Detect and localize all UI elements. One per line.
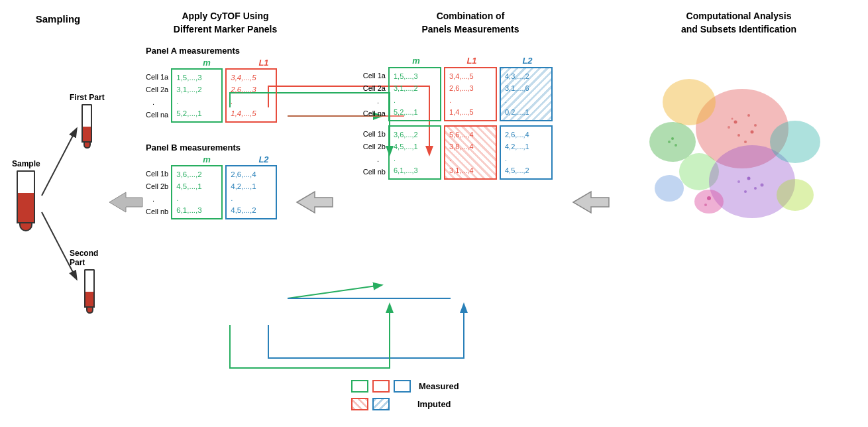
comb-b-L2-box: 2,6,...,44,2,...,1.4,5,...,2 — [500, 125, 553, 180]
col-header-m-a: m — [180, 58, 233, 68]
comb-a-L2-box-imputed: 4,3,...,23,1,...,6.0,2,...,1 — [500, 67, 553, 121]
second-part-label: Second Part — [70, 249, 109, 267]
comb-b-L1-box-imputed: 5,6,...,43,8,...,4.3,1,...,4 — [444, 125, 497, 180]
combined-part-b: Cell 1b Cell 2b . Cell nb 3,6,...,24,5,.… — [351, 125, 590, 180]
panel-b: Panel B measurements m L2 Cell 1b Cell 2… — [146, 143, 305, 219]
svg-marker-8 — [573, 192, 609, 213]
computational-section: Computational Analysis and Subsets Ident… — [623, 10, 855, 230]
legend-measured-row: Measured — [351, 380, 459, 393]
svg-point-23 — [744, 141, 747, 143]
svg-point-18 — [734, 121, 737, 124]
sample-tube: Sample — [12, 159, 40, 231]
panel-a-row-labels: Cell 1a Cell 2a . Cell na — [146, 68, 168, 121]
svg-point-34 — [707, 196, 711, 200]
panel-b-title: Panel B measurements — [146, 143, 305, 152]
svg-point-32 — [675, 144, 677, 147]
legend-area: Measured Imputed — [351, 380, 459, 410]
col-header-m-b: m — [180, 154, 233, 164]
svg-point-19 — [747, 114, 750, 117]
svg-point-28 — [744, 190, 747, 193]
svg-point-30 — [737, 180, 740, 183]
legend-hatch-red-box — [351, 398, 368, 410]
legend-hatch-blue-box — [372, 398, 390, 410]
combined-matrix: m L1 L2 Cell 1a Cell 2a . Cell na 1,5,..… — [351, 56, 590, 180]
comb-col-L1: L1 — [445, 56, 498, 66]
panel-a-col-headers: m L1 — [180, 58, 305, 68]
svg-point-17 — [655, 175, 684, 202]
svg-point-22 — [728, 126, 730, 129]
combination-section: Combination of Panels Measurements m L1 … — [351, 10, 590, 180]
svg-line-5 — [288, 285, 381, 298]
sample-label: Sample — [12, 159, 40, 168]
cytof-title: Apply CyTOF Using Different Marker Panel… — [146, 10, 305, 36]
combination-title: Combination of Panels Measurements — [351, 10, 590, 36]
svg-point-20 — [737, 134, 740, 137]
svg-point-21 — [751, 131, 754, 134]
svg-point-24 — [754, 124, 757, 127]
cytof-section: Apply CyTOF Using Different Marker Panel… — [146, 10, 305, 219]
svg-point-25 — [732, 118, 733, 120]
svg-point-29 — [761, 184, 764, 187]
panel-a: Panel A measurements m L1 Cell 1a Cell 2… — [146, 46, 305, 123]
main-page: Sampling Sample First Part Second Part — [0, 0, 868, 427]
comb-a-m-box: 1,5,...,33,1,...,2.5,2,...,1 — [388, 67, 441, 121]
legend-green-box — [351, 380, 368, 393]
panel-b-m-box: 3,6,...,24,5,...,1.6,1,...,3 — [171, 165, 223, 219]
panel-a-matrix: Cell 1a Cell 2a . Cell na 1,5,...,33,1,.… — [146, 68, 305, 123]
sampling-title: Sampling — [7, 13, 109, 25]
col-header-L2: L2 — [237, 154, 290, 164]
comb-b-labels: Cell 1b Cell 2b . Cell nb — [351, 125, 388, 178]
svg-point-27 — [754, 187, 757, 190]
measured-label: Measured — [419, 381, 459, 391]
computational-title: Computational Analysis and Subsets Ident… — [623, 10, 855, 36]
panel-a-L1-box: 3,4,...,52,6,...,3.1,4,...,5 — [225, 68, 277, 123]
svg-marker-2 — [109, 192, 142, 212]
sampling-section: Sampling Sample First Part Second Part — [7, 13, 109, 25]
svg-point-14 — [770, 121, 820, 163]
svg-point-11 — [649, 122, 696, 162]
comb-col-m: m — [390, 56, 443, 66]
legend-red-box — [372, 380, 390, 393]
svg-point-16 — [777, 179, 814, 211]
combined-col-headers: m L1 L2 — [390, 56, 590, 66]
comb-a-L1-box: 3,4,...,52,6,...,3.1,4,...,5 — [444, 67, 497, 121]
svg-point-31 — [671, 137, 674, 140]
cluster-viz — [636, 56, 835, 228]
legend-imputed-row: Imputed — [351, 398, 459, 410]
svg-point-26 — [747, 177, 751, 180]
panel-b-L2-box: 2,6,...,44,2,...,1.4,5,...,2 — [225, 165, 277, 219]
comb-col-L2: L2 — [501, 56, 554, 66]
comb-a-labels: Cell 1a Cell 2a . Cell na — [351, 67, 388, 119]
col-header-L1: L1 — [237, 58, 290, 68]
comb-b-m-box: 3,6,...,24,5,...,1.6,1,...,3 — [388, 125, 441, 180]
first-part-label: First Part — [70, 93, 105, 102]
panel-b-col-headers: m L2 — [180, 154, 305, 164]
svg-point-35 — [704, 204, 707, 206]
svg-point-15 — [694, 190, 724, 213]
combined-part-a: Cell 1a Cell 2a . Cell na 1,5,...,33,1,.… — [351, 67, 590, 121]
panel-a-m-box: 1,5,...,33,1,...,2.5,2,...,1 — [171, 68, 223, 123]
svg-point-33 — [668, 141, 671, 143]
panel-b-row-labels: Cell 1b Cell 2b . Cell nb — [146, 165, 168, 217]
panel-a-title: Panel A measurements — [146, 46, 305, 56]
legend-blue-box — [394, 380, 411, 393]
imputed-label: Imputed — [417, 399, 451, 409]
second-part-container: Second Part — [70, 249, 109, 314]
panel-b-matrix: Cell 1b Cell 2b . Cell nb 3,6,...,24,5,.… — [146, 165, 305, 219]
first-part-container: First Part — [70, 93, 105, 149]
svg-point-10 — [663, 79, 716, 125]
